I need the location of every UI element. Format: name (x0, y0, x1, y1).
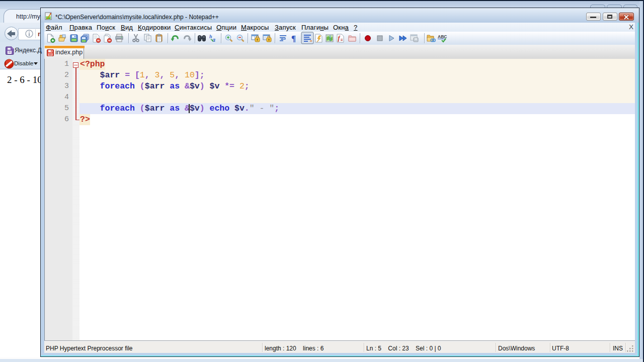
svg-text:ABC: ABC (438, 34, 447, 39)
svg-text:a: a (212, 36, 215, 43)
svg-text:¶: ¶ (291, 34, 296, 43)
